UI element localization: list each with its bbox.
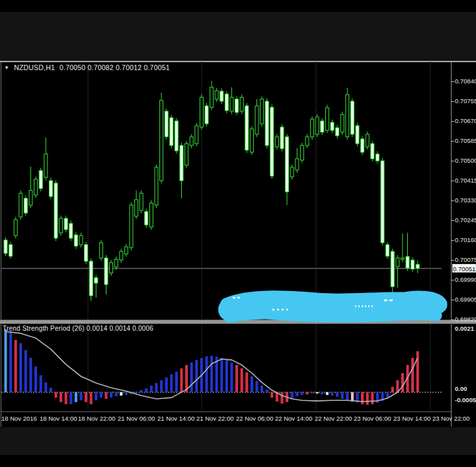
candle-body-bear xyxy=(406,257,409,268)
candle-body-bull xyxy=(114,259,118,267)
indicator-axis-label: -0.0005 xyxy=(455,396,476,403)
candle-body-bear xyxy=(235,99,239,112)
price-axis-tick xyxy=(451,240,454,241)
candle-body-bull xyxy=(396,258,399,267)
price-axis-label: 0.69990 xyxy=(455,276,476,283)
time-axis-label: 21 Nov 14:00 xyxy=(157,415,195,422)
candle-body-bear xyxy=(286,137,289,192)
histogram-bar xyxy=(291,392,294,399)
histogram-bar xyxy=(311,392,313,394)
histogram-bar xyxy=(180,368,183,392)
candle-body-bear xyxy=(69,224,73,238)
candle-body-bear xyxy=(24,198,27,213)
candle-body-bear xyxy=(411,260,415,269)
candle-body-bull xyxy=(275,137,278,147)
price-axis-label: 0.70075 xyxy=(455,256,476,263)
histogram-bar xyxy=(306,392,309,394)
candle-body-bull xyxy=(99,243,102,258)
price-axis-label: 0.70160 xyxy=(455,236,476,243)
candle-body-bull xyxy=(325,108,329,130)
candle-body-bear xyxy=(265,101,268,146)
histogram-bar xyxy=(241,368,243,392)
histogram-bar xyxy=(9,331,12,392)
histogram-bar xyxy=(361,392,364,404)
time-axis-label: 18 Nov 22:00 xyxy=(78,415,116,422)
price-axis-tick xyxy=(451,319,454,320)
candle-body-bear xyxy=(331,122,334,130)
histogram-bar xyxy=(69,392,72,404)
price-axis-tick xyxy=(451,181,454,181)
candle-body-bear xyxy=(376,154,379,161)
candle-body-bull xyxy=(60,218,63,233)
candle-body-bull xyxy=(155,167,158,205)
histogram-bar xyxy=(85,392,87,402)
histogram-bar xyxy=(235,365,238,392)
histogram-bar xyxy=(120,392,122,396)
histogram-bar xyxy=(15,340,17,392)
price-axis-label: 0.69905 xyxy=(455,296,476,303)
candle-body-bull xyxy=(290,167,294,177)
histogram-bar xyxy=(225,360,228,392)
candle-body-bear xyxy=(350,101,354,134)
histogram-bar xyxy=(75,392,77,402)
price-axis-label: 0.70500 xyxy=(455,157,476,164)
candle-body-bear xyxy=(170,118,173,146)
histogram-bar xyxy=(24,350,27,392)
histogram-bar xyxy=(220,358,223,392)
histogram-bar xyxy=(40,375,42,392)
candle-body-bull xyxy=(230,97,233,111)
candle-body-bear xyxy=(145,212,148,225)
candle-body-bull xyxy=(139,193,143,210)
symbol-timeframe-label: NZDUSD,H1 xyxy=(14,64,55,71)
chart-dropdown-icon[interactable]: ▼ xyxy=(4,65,9,71)
candle-body-bull xyxy=(149,203,153,227)
candle-body-bull xyxy=(79,235,83,245)
price-axis-label: 0.69820 xyxy=(455,316,476,323)
histogram-bar xyxy=(341,392,344,399)
price-axis-label: 0.70670 xyxy=(455,117,476,124)
candle-body-bear xyxy=(245,106,249,150)
candle-body-bear xyxy=(225,94,228,110)
histogram-bar xyxy=(301,392,303,395)
indicator-axis-label: 0.0021 xyxy=(455,325,474,332)
histogram-bar xyxy=(60,392,62,402)
indicator-pane-canvas[interactable] xyxy=(1,324,451,411)
histogram-bar xyxy=(411,358,414,392)
indicator-axis-label: 0.00 xyxy=(455,385,467,392)
candle-body-bear xyxy=(9,245,13,256)
candle-body-bull xyxy=(296,159,299,170)
histogram-bar xyxy=(266,390,268,392)
histogram-bar xyxy=(95,392,97,400)
candle-body-bear xyxy=(89,261,93,296)
histogram-bar xyxy=(321,392,323,394)
histogram-bar xyxy=(44,382,47,392)
candle-body-bull xyxy=(190,137,193,146)
candle-body-bear xyxy=(39,171,42,189)
histogram-bar xyxy=(391,387,394,392)
candle-body-bear xyxy=(381,161,384,243)
histogram-bar xyxy=(125,392,128,395)
time-axis-label: 22 Nov 14:00 xyxy=(275,415,313,422)
price-axis-tick xyxy=(451,81,454,82)
candle-body-bull xyxy=(29,191,32,205)
histogram-bar xyxy=(30,358,32,392)
histogram-bar xyxy=(296,392,298,396)
candle-body-bull xyxy=(311,119,314,137)
price-axis-border xyxy=(451,62,452,427)
histogram-bar xyxy=(90,392,93,404)
main-price-chart-canvas[interactable] xyxy=(1,62,451,319)
histogram-bar xyxy=(140,390,143,392)
candle-body-bull xyxy=(250,129,253,152)
candle-body-bull xyxy=(120,251,123,260)
price-axis-tick xyxy=(451,200,454,201)
candle-body-bear xyxy=(74,235,77,246)
candle-body-bull xyxy=(366,134,369,147)
histogram-bar xyxy=(150,386,153,392)
histogram-bar xyxy=(256,381,258,392)
candle-body-bull xyxy=(210,87,214,107)
histogram-bar xyxy=(281,392,284,403)
candle-body-bear xyxy=(270,107,274,176)
letterbox-bottom xyxy=(0,427,476,455)
pane-separator-handle[interactable] xyxy=(0,319,476,324)
candle-body-bull xyxy=(300,146,303,160)
